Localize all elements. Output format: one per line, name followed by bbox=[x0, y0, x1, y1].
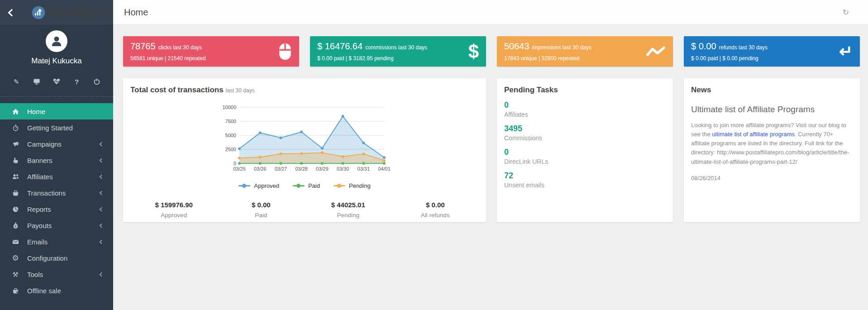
summary-paid: $ 0.00Paid bbox=[218, 201, 305, 219]
monitor-icon[interactable] bbox=[32, 77, 41, 86]
pending-unsent-emails: 72Unsent emails bbox=[504, 171, 666, 189]
svg-text:04/01: 04/01 bbox=[378, 166, 391, 172]
pie-chart-icon bbox=[11, 206, 20, 213]
panels-row: Total cost of transactionslast 30 days 0… bbox=[123, 78, 860, 222]
bullhorn-icon bbox=[11, 141, 20, 148]
pending-tasks-title: Pending Tasks bbox=[504, 86, 666, 95]
pending-count[interactable]: 72 bbox=[504, 171, 666, 181]
sidebar-item-label: Emails bbox=[27, 238, 48, 246]
svg-text:03/27: 03/27 bbox=[275, 166, 287, 172]
transactions-summary: $ 159976.90Approved$ 0.00Paid$ 44025.01P… bbox=[130, 201, 479, 219]
stopwatch-icon bbox=[11, 124, 20, 131]
legend-dot bbox=[296, 184, 300, 188]
chevron-left-icon bbox=[100, 223, 104, 228]
stat-desc: commissions last 30 days bbox=[365, 44, 427, 51]
refresh-icon[interactable]: ↻ bbox=[843, 9, 849, 16]
sidebar-item-getting-started[interactable]: Getting Started bbox=[0, 119, 113, 136]
sidebar-item-tools[interactable]: ⚒Tools bbox=[0, 266, 113, 282]
stat-card-impressions[interactable]: 50643impressions last 30 days17843 uniqu… bbox=[497, 36, 673, 67]
pending-direclink-urls: 0DirecLink URLs bbox=[504, 148, 666, 165]
stat-desc: impressions last 30 days bbox=[532, 44, 591, 51]
stat-card-text: 50643impressions last 30 days17843 uniqu… bbox=[504, 41, 646, 62]
legend-dot bbox=[242, 184, 246, 188]
sidebar: Post Affiliate Pro Matej Kukucka ✎? Home… bbox=[0, 0, 113, 310]
legend-paid[interactable]: Paid bbox=[293, 182, 320, 189]
offline-sale-icon bbox=[11, 287, 20, 294]
sidebar-item-configuration[interactable]: ⚙Configuration bbox=[0, 250, 113, 266]
collapse-sidebar-chevron-icon[interactable] bbox=[8, 9, 16, 16]
sidebar-item-emails[interactable]: Emails bbox=[0, 234, 113, 250]
stat-value: $ 16476.64 bbox=[317, 41, 362, 51]
mouse-icon bbox=[278, 43, 292, 61]
sidebar-item-label: Affiliates bbox=[27, 173, 52, 181]
app-logo-icon bbox=[32, 6, 45, 19]
stat-card-text: 78765clicks last 30 days56581 unique | 2… bbox=[130, 41, 278, 62]
svg-text:03/30: 03/30 bbox=[337, 166, 349, 172]
stat-card-refunds[interactable]: $ 0.00refunds last 30 days$ 0.00 paid | … bbox=[684, 36, 860, 67]
transactions-title-text: Total cost of transactions bbox=[130, 86, 224, 94]
stat-value: $ 0.00 bbox=[691, 41, 716, 51]
legend-approved[interactable]: Approved bbox=[238, 182, 279, 189]
news-panel: News Ultimate list of Affiliate Programs… bbox=[684, 78, 860, 222]
pending-count[interactable]: 0 bbox=[504, 100, 666, 110]
money-bag-icon: $ bbox=[11, 222, 20, 229]
svg-text:2500: 2500 bbox=[225, 147, 236, 152]
sidebar-item-payouts[interactable]: $Payouts bbox=[0, 217, 113, 234]
sidebar-header: Post Affiliate Pro bbox=[0, 0, 113, 25]
help-icon[interactable]: ? bbox=[72, 77, 81, 86]
pending-tasks-list: 0Affiliates3495Commissions0DirecLink URL… bbox=[504, 100, 666, 189]
pencil-icon[interactable]: ✎ bbox=[12, 77, 21, 86]
summary-label: Paid bbox=[218, 212, 305, 219]
sidebar-item-transactions[interactable]: Transactions bbox=[0, 185, 113, 201]
pending-commissions: 3495Commissions bbox=[504, 124, 666, 142]
envelope-icon bbox=[11, 238, 20, 245]
stat-card-clicks[interactable]: 78765clicks last 30 days56581 unique | 2… bbox=[123, 36, 299, 67]
stat-value: 78765 bbox=[130, 41, 156, 51]
sidebar-item-reports[interactable]: Reports bbox=[0, 201, 113, 217]
legend-pending[interactable]: Pending bbox=[334, 182, 371, 189]
summary-pending: $ 44025.01Pending bbox=[305, 201, 392, 219]
sidebar-item-campaigns[interactable]: Campaigns bbox=[0, 136, 113, 152]
users-icon bbox=[11, 173, 20, 180]
heartbeat-icon[interactable] bbox=[52, 77, 61, 86]
power-icon[interactable] bbox=[92, 77, 101, 86]
legend-label: Approved bbox=[254, 182, 279, 189]
pending-affiliates: 0Affiliates bbox=[504, 100, 666, 118]
sidebar-item-label: Tools bbox=[27, 271, 43, 278]
stat-subline: 56581 unique | 21540 repeated bbox=[130, 55, 278, 62]
home-icon bbox=[11, 108, 20, 115]
gear-icon: ⚙ bbox=[11, 254, 20, 262]
legend-dot bbox=[337, 184, 341, 188]
transactions-panel-title: Total cost of transactionslast 30 days bbox=[130, 86, 479, 95]
news-body: Looking to join more affiliate programs?… bbox=[691, 121, 853, 167]
pending-count[interactable]: 3495 bbox=[504, 124, 666, 134]
hand-pointer-icon bbox=[11, 157, 20, 164]
sidebar-item-banners[interactable]: Banners bbox=[0, 152, 113, 168]
news-link[interactable]: ultimate list of affiliate programs bbox=[712, 131, 795, 138]
transactions-title-sub: last 30 days bbox=[226, 87, 255, 94]
svg-text:03/26: 03/26 bbox=[254, 166, 267, 172]
chart-wrap: 02500500075001000003/2503/2603/2703/2803… bbox=[219, 102, 391, 189]
sidebar-item-label: Reports bbox=[27, 205, 51, 213]
trend-icon bbox=[646, 46, 666, 57]
app-window: Post Affiliate Pro Matej Kukucka ✎? Home… bbox=[0, 0, 868, 310]
sidebar-menu: HomeGetting StartedCampaignsBannersAffil… bbox=[0, 103, 113, 299]
chevron-left-icon bbox=[100, 191, 104, 195]
stat-card-commissions[interactable]: $ 16476.64commissions last 30 days$ 0.00… bbox=[310, 36, 486, 67]
sidebar-item-affiliates[interactable]: Affiliates bbox=[0, 168, 113, 185]
chevron-left-icon bbox=[100, 158, 104, 162]
summary-value: $ 0.00 bbox=[218, 201, 305, 209]
legend-label: Pending bbox=[349, 182, 371, 189]
stat-card-text: $ 16476.64commissions last 30 days$ 0.00… bbox=[317, 41, 468, 62]
sidebar-item-home[interactable]: Home bbox=[0, 103, 113, 119]
stat-subline: 17843 unique | 32800 repeated bbox=[504, 55, 646, 62]
chevron-left-icon bbox=[100, 207, 104, 211]
pending-label: Affiliates bbox=[504, 111, 666, 118]
sidebar-item-label: Banners bbox=[27, 157, 52, 164]
pending-count[interactable]: 0 bbox=[504, 148, 666, 157]
sidebar-item-label: Transactions bbox=[27, 189, 66, 197]
stat-value: 50643 bbox=[504, 41, 529, 51]
sidebar-item-offline-sale[interactable]: Offline sale bbox=[0, 282, 113, 299]
sidebar-item-label: Configuration bbox=[27, 254, 67, 262]
svg-text:03/29: 03/29 bbox=[316, 166, 329, 172]
